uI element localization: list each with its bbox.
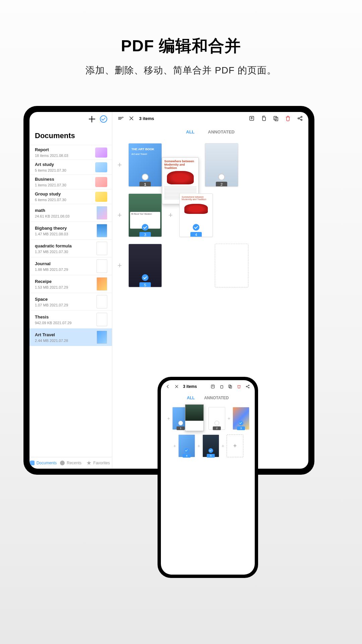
menu-icon[interactable] bbox=[118, 115, 124, 121]
select-mode-icon[interactable] bbox=[100, 115, 107, 123]
file-item[interactable]: Business1 items2021.07.30 bbox=[29, 174, 112, 189]
insert-page-button[interactable]: + bbox=[227, 416, 231, 421]
phone-tab-annotated[interactable]: ANNOTATED bbox=[204, 396, 229, 400]
insert-page-button[interactable]: + bbox=[116, 261, 124, 270]
file-thumbnail bbox=[97, 295, 107, 308]
file-thumbnail bbox=[97, 313, 107, 326]
duplicate-icon[interactable] bbox=[228, 384, 233, 389]
file-name: Bigbang theory bbox=[35, 226, 97, 231]
drop-target[interactable] bbox=[215, 244, 248, 287]
phone-page-4[interactable]: 4 bbox=[178, 434, 195, 457]
file-meta: 24.61 KB2021.08.03 bbox=[35, 214, 97, 218]
file-name: Space bbox=[35, 297, 97, 302]
file-meta: 1.47 MB2021.08.03 bbox=[35, 232, 97, 236]
insert-page-button[interactable]: + bbox=[167, 211, 175, 220]
file-item[interactable]: Journal1.88 MB2021.07.29 bbox=[29, 257, 112, 275]
selection-count: 3 items bbox=[139, 116, 154, 121]
file-name: Business bbox=[35, 177, 95, 182]
file-item[interactable]: Space1.07 MB2021.07.29 bbox=[29, 293, 112, 310]
insert-page-button[interactable]: + bbox=[116, 161, 124, 169]
close-icon[interactable] bbox=[174, 384, 179, 389]
sidebar: Documents Report18 items2021.08.03Art st… bbox=[29, 112, 112, 469]
phone-tab-all[interactable]: ALL bbox=[187, 396, 195, 400]
tab-annotated[interactable]: ANNOTATED bbox=[208, 129, 235, 134]
file-name: Receipe bbox=[35, 279, 97, 284]
tab-all[interactable]: ALL bbox=[186, 129, 194, 134]
sidebar-heading: Documents bbox=[29, 125, 112, 145]
share-icon[interactable] bbox=[297, 115, 303, 121]
page-thumbnail-3[interactable]: All About Your Vacation 3 bbox=[128, 193, 162, 237]
copy-icon[interactable] bbox=[219, 384, 224, 389]
phone-page-5[interactable]: 5 bbox=[202, 434, 219, 457]
file-item[interactable]: Art study5 items2021.07.30 bbox=[29, 160, 112, 174]
page-thumbnail-1[interactable]: THE ART BOOK Art and Travel 1 bbox=[128, 143, 162, 187]
file-name: math bbox=[35, 208, 97, 213]
file-item[interactable]: Art Travel2.44 MB2021.07.28 bbox=[29, 328, 112, 346]
duplicate-icon[interactable] bbox=[273, 115, 279, 121]
phone-toolbar: 3 items bbox=[161, 380, 255, 393]
file-meta: 1.07 MB2021.07.29 bbox=[35, 303, 97, 307]
file-meta: 1.53 MB2021.07.29 bbox=[35, 285, 97, 289]
copy-icon[interactable] bbox=[261, 115, 267, 121]
phone-device: 3 items ALL ANNOTATED + 1 2 + 3 + 4 + 5 bbox=[158, 377, 258, 578]
page-thumbnail-5[interactable]: 5 bbox=[128, 244, 162, 287]
page-number: 4 bbox=[190, 232, 202, 237]
insert-page-button[interactable]: + bbox=[196, 443, 201, 449]
file-item[interactable]: math24.61 KB2021.08.03 bbox=[29, 204, 112, 222]
phone-pages: + 1 2 + 3 + 4 + 5 + + bbox=[161, 403, 255, 461]
tab-recents[interactable]: Recents bbox=[57, 461, 84, 465]
file-name: quadratic formula bbox=[35, 243, 97, 248]
page-number: 5 bbox=[139, 282, 151, 287]
file-meta: 18 items2021.08.03 bbox=[35, 154, 95, 158]
phone-selection-count: 3 items bbox=[183, 384, 197, 389]
file-item[interactable]: Report18 items2021.08.03 bbox=[29, 145, 112, 160]
main-toolbar: 3 items bbox=[112, 112, 308, 125]
phone-page-3[interactable]: 3 bbox=[233, 407, 249, 430]
trash-icon[interactable] bbox=[285, 115, 291, 121]
file-item[interactable]: Receipe1.53 MB2021.07.29 bbox=[29, 275, 112, 293]
svg-rect-1 bbox=[262, 117, 265, 121]
close-icon[interactable] bbox=[128, 115, 134, 121]
tab-documents[interactable]: Documents bbox=[29, 461, 57, 465]
file-meta: 5 items2021.07.30 bbox=[35, 168, 95, 172]
insert-page-button[interactable]: + bbox=[116, 211, 124, 220]
file-thumbnail bbox=[97, 277, 107, 291]
art-book-title: THE ART BOOK bbox=[131, 148, 159, 151]
file-item[interactable]: Bigbang theory1.47 MB2021.08.03 bbox=[29, 222, 112, 239]
svg-point-12 bbox=[248, 385, 249, 386]
main-tabs: ALL ANNOTATED bbox=[112, 125, 308, 136]
drag-headline: Somewhere between Modernity and Traditio… bbox=[164, 160, 196, 170]
page-thumbnail-2[interactable]: 2 bbox=[205, 143, 238, 187]
page-number: 1 bbox=[139, 182, 151, 187]
car-image bbox=[167, 171, 194, 184]
file-thumbnail bbox=[97, 242, 107, 255]
tab-favorites[interactable]: Favorites bbox=[84, 461, 112, 465]
file-thumbnail bbox=[95, 177, 107, 187]
file-meta: 942.09 KB2021.07.29 bbox=[35, 321, 97, 325]
insert-page-button[interactable]: + bbox=[166, 416, 171, 421]
add-icon[interactable] bbox=[89, 116, 95, 122]
trash-icon[interactable] bbox=[237, 384, 241, 389]
phone-tabs: ALL ANNOTATED bbox=[161, 393, 255, 403]
phone-dragging-card[interactable] bbox=[185, 404, 204, 431]
back-icon[interactable] bbox=[166, 384, 170, 389]
file-item[interactable]: Thesis942.09 KB2021.07.29 bbox=[29, 310, 112, 328]
file-thumbnail bbox=[95, 148, 107, 158]
file-name: Journal bbox=[35, 261, 97, 266]
extract-icon[interactable] bbox=[210, 384, 215, 389]
file-name: Art study bbox=[35, 162, 95, 167]
svg-point-11 bbox=[246, 386, 247, 387]
phone-page-2[interactable]: 2 bbox=[208, 407, 225, 430]
extract-icon[interactable] bbox=[249, 115, 255, 121]
file-meta: 1 items2021.07.30 bbox=[35, 183, 95, 187]
insert-page-button[interactable]: + bbox=[172, 443, 177, 449]
page-thumbnail-4[interactable]: Somewhere between Modernity and Traditio… bbox=[179, 193, 213, 237]
insert-page-button[interactable]: + bbox=[221, 443, 225, 449]
phone-add-page[interactable]: + bbox=[227, 434, 243, 457]
file-item[interactable]: quadratic formula1.37 MB2021.07.30 bbox=[29, 239, 112, 257]
share-icon[interactable] bbox=[245, 384, 250, 389]
file-list: Report18 items2021.08.03Art study5 items… bbox=[29, 145, 112, 457]
file-meta: 6 items2021.07.30 bbox=[35, 198, 95, 202]
file-item[interactable]: Group study6 items2021.07.30 bbox=[29, 189, 112, 204]
hero: PDF 编辑和合并 添加、删除、移动、简单合并 PDF 的页面。 bbox=[0, 0, 362, 77]
